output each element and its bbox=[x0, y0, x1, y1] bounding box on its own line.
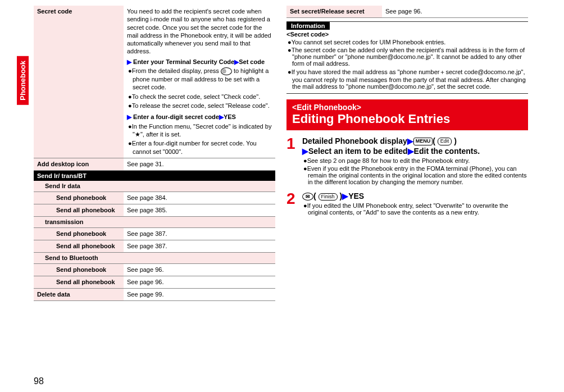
secret-code-step2: ▶ Enter a four-digit secret code▶YES bbox=[127, 113, 272, 121]
send-ir-data-header: Send Ir data bbox=[34, 181, 275, 192]
secret-bullet-1: ●From the detailed display, press ◎ to h… bbox=[127, 67, 272, 92]
send-ir-trans-bt-header: Send Ir/ trans/BT bbox=[34, 171, 275, 181]
side-tab-phonebook: Phonebook bbox=[17, 56, 29, 105]
secret-code-heading: <Secret code> bbox=[286, 31, 528, 38]
send-bluetooth-header: Send to Bluetooth bbox=[34, 253, 275, 263]
arrow-icon: ▶ bbox=[127, 58, 131, 65]
right-table: Set secret/Release secretSee page 96. bbox=[286, 6, 528, 18]
set-secret-label: Set secret/Release secret bbox=[286, 6, 382, 18]
edit-phonebook-banner: <Edit Phonebook> Editing Phonebook Entri… bbox=[286, 99, 528, 130]
b4: In the Function menu, "Secret code" is i… bbox=[132, 123, 272, 138]
step1-part-b: Set code bbox=[239, 58, 265, 65]
arrow-icon: ▶ bbox=[234, 58, 239, 65]
ib1: You cannot set secret codes for UIM Phon… bbox=[292, 39, 446, 45]
delete-data-label: Delete data bbox=[34, 289, 124, 301]
step-2-number: 2 bbox=[286, 191, 298, 216]
add-desktop-val: See page 31. bbox=[124, 158, 275, 170]
page-number: 98 bbox=[34, 376, 44, 386]
step-2-title: ✉( Finish )▶YES bbox=[302, 191, 528, 201]
mail-key-icon: ✉ bbox=[302, 193, 313, 200]
ic-all-val: See page 387. bbox=[124, 240, 275, 252]
step1-bullet-2: ●Even if you edit the Phonebook entry in… bbox=[302, 165, 528, 185]
finish-softkey-label: Finish bbox=[319, 193, 338, 201]
s2b1: If you edited the UIM Phonebook entry, s… bbox=[307, 202, 508, 216]
ib2: The secret code can be added only when t… bbox=[292, 47, 525, 67]
left-table: Secret code You need to add the recipien… bbox=[34, 6, 275, 301]
right-column: Set secret/Release secretSee page 96. In… bbox=[286, 6, 528, 301]
s1b1: See step 2 on page 88 for how to edit th… bbox=[307, 157, 470, 164]
secret-code-step1: ▶ Enter your Terminal Security Code▶Set … bbox=[127, 58, 272, 66]
add-desktop-label: Add desktop icon bbox=[34, 158, 124, 170]
bt-phonebook-label: Send phonebook bbox=[34, 263, 124, 276]
banner-subtitle: <Edit Phonebook> bbox=[292, 103, 522, 112]
step2-part-b: YES bbox=[224, 113, 236, 120]
bt-all-label: Send all phonebook bbox=[34, 276, 124, 288]
step1-bullet-1: ●See step 2 on page 88 for how to edit t… bbox=[302, 157, 528, 164]
nav-key-icon: ◎ bbox=[221, 67, 232, 75]
arrow-icon: ▶ bbox=[302, 147, 308, 156]
info-bullet-3: ●If you have stored the mail address as … bbox=[286, 68, 528, 90]
b1a: From the detailed display, press bbox=[132, 67, 219, 74]
step-1-title: Detailed Phonebook display▶MENU( Edit ) … bbox=[302, 136, 528, 156]
arrow-icon: ▶ bbox=[408, 147, 414, 156]
arrow-icon: ▶ bbox=[342, 192, 348, 200]
arrow-icon: ▶ bbox=[219, 113, 224, 120]
ic-phonebook-label: Send phonebook bbox=[34, 227, 124, 240]
menu-key-icon: MENU bbox=[413, 138, 433, 145]
page-content: Secret code You need to add the recipien… bbox=[0, 0, 564, 318]
step2-part-a: Enter a four-digit secret code bbox=[133, 113, 219, 120]
info-bullet-2: ●The secret code can be added only when … bbox=[286, 47, 528, 67]
ir-all-label: Send all phonebook bbox=[34, 204, 124, 217]
step2-bullet-1: ●If you edited the UIM Phonebook entry, … bbox=[302, 202, 528, 216]
secret-code-content: You need to add the recipient's secret c… bbox=[124, 6, 275, 158]
secret-code-desc: You need to add the recipient's secret c… bbox=[127, 7, 272, 56]
arrow-icon: ▶ bbox=[407, 136, 413, 145]
step-1-number: 1 bbox=[286, 136, 298, 185]
secret-bullet-5: ●Enter a four-digit number for secret co… bbox=[127, 139, 272, 156]
ic-phonebook-val: See page 387. bbox=[124, 227, 275, 240]
step1-part-a: Enter your Terminal Security Code bbox=[133, 58, 234, 65]
info-bullet-1: ●You cannot set secret codes for UIM Pho… bbox=[286, 39, 528, 45]
ir-phonebook-label: Send phonebook bbox=[34, 192, 124, 204]
arrow-icon: ▶ bbox=[127, 113, 131, 120]
s2yes: YES bbox=[348, 192, 364, 200]
ir-all-val: See page 385. bbox=[124, 204, 275, 217]
b5: Enter a four-digit number for secret cod… bbox=[132, 140, 257, 154]
delete-data-val: See page 99. bbox=[124, 289, 275, 301]
ib3: If you have stored the mail address as "… bbox=[292, 69, 526, 90]
bt-all-val: See page 96. bbox=[124, 276, 275, 288]
information-box: Information <Secret code> ●You cannot se… bbox=[286, 21, 528, 94]
b2: To check the secret code, select "Check … bbox=[132, 93, 261, 100]
secret-code-label: Secret code bbox=[34, 6, 124, 158]
information-title: Information bbox=[286, 22, 330, 30]
ic-all-label: Send all phonebook bbox=[34, 240, 124, 252]
left-column: Secret code You need to add the recipien… bbox=[34, 6, 275, 301]
banner-title: Editing Phonebook Entries bbox=[292, 112, 522, 126]
step-2: 2 ✉( Finish )▶YES ●If you edited the UIM… bbox=[286, 191, 528, 216]
secret-bullet-3: ●To release the secret code, select "Rel… bbox=[127, 102, 272, 110]
b3: To release the secret code, select "Rele… bbox=[132, 102, 270, 109]
set-secret-val: See page 96. bbox=[382, 6, 528, 18]
s1c: Edit the contents. bbox=[414, 147, 480, 156]
ir-phonebook-val: See page 384. bbox=[124, 192, 275, 204]
step-1: 1 Detailed Phonebook display▶MENU( Edit … bbox=[286, 136, 528, 185]
edit-softkey-label: Edit bbox=[438, 138, 452, 145]
bt-phonebook-val: See page 96. bbox=[124, 263, 275, 276]
s1b2: Even if you edit the Phonebook entry in … bbox=[307, 165, 527, 185]
secret-bullet-2: ●To check the secret code, select "Check… bbox=[127, 93, 272, 101]
s1a: Detailed Phonebook display bbox=[302, 136, 407, 145]
s1b: Select an item to be edited bbox=[308, 147, 408, 156]
ic-transmission-header: transmission bbox=[34, 217, 275, 227]
secret-bullet-4: ●In the Function menu, "Secret code" is … bbox=[127, 122, 272, 139]
